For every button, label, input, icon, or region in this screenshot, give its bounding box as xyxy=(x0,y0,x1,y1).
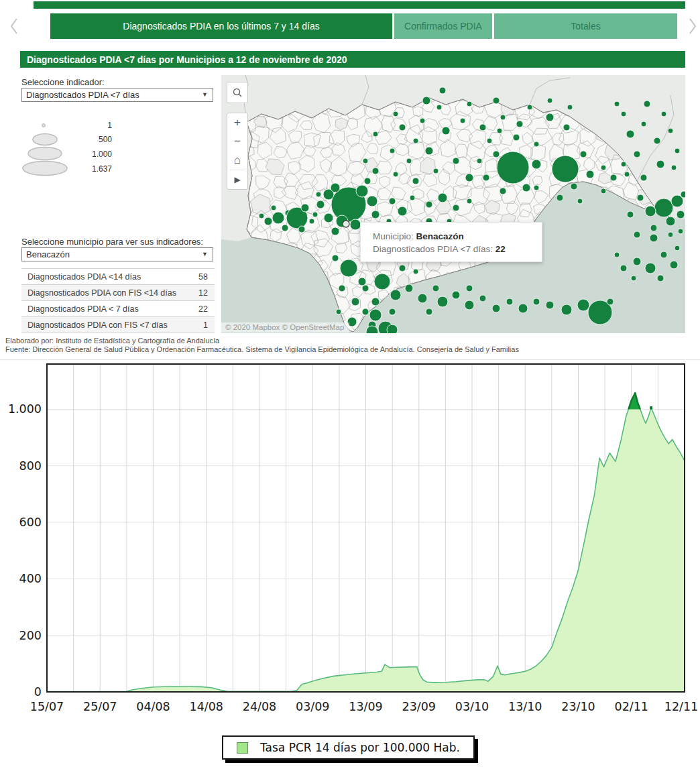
elaborado-line: Elaborado por: Instituto de Estadística … xyxy=(5,337,219,345)
svg-text:13/09: 13/09 xyxy=(349,700,382,713)
tab-label: Confirmados PDIA xyxy=(404,21,482,32)
tabs-scroll-left-icon[interactable] xyxy=(7,13,21,39)
home-icon: ⌂ xyxy=(234,154,241,167)
play-icon: ▶ xyxy=(234,175,240,184)
indicator-name: Diagsnosticados PDIA con FIS <14 días xyxy=(21,288,182,298)
tab-bar: Diagnosticados PDIA en los últimos 7 y 1… xyxy=(0,13,700,39)
map-search-button[interactable] xyxy=(227,82,248,103)
indicator-table: Diagnosticados PDIA <14 días 58 Diagsnos… xyxy=(21,268,215,333)
table-row: Diagnosticados PDIA con FIS <7 días 1 xyxy=(21,316,215,333)
indicator-select-label: Seleccione indicador: xyxy=(21,77,105,87)
indicator-name: Diagnosticados PDIA <14 días xyxy=(21,272,182,282)
indicator-value: 22 xyxy=(182,304,215,314)
page-title: Diagnosticados PDIA <7 días por Municipi… xyxy=(20,51,685,68)
choropleth-bubble-map[interactable]: + − ⌂ ▶ Municipio: Benacazón Diagnostica… xyxy=(221,75,685,333)
svg-text:12/11: 12/11 xyxy=(664,700,698,713)
svg-text:14/08: 14/08 xyxy=(190,700,223,713)
minus-icon: − xyxy=(234,135,241,148)
svg-text:13/10: 13/10 xyxy=(508,700,542,713)
svg-text:200: 200 xyxy=(19,629,42,642)
chevron-down-icon: ▼ xyxy=(202,91,208,98)
map-canvas[interactable] xyxy=(221,75,685,333)
zoom-out-button[interactable]: − xyxy=(227,132,247,151)
page-title-text: Diagnosticados PDIA <7 días por Municipi… xyxy=(27,54,347,65)
svg-text:23/09: 23/09 xyxy=(402,700,436,713)
map-home-button[interactable]: ⌂ xyxy=(227,151,247,170)
indicator-name: Diagnosticados PDIA con FIS <7 días xyxy=(21,320,182,330)
svg-text:25/07: 25/07 xyxy=(83,700,117,713)
chart-legend: Tasa PCR 14 días por 100.000 Hab. xyxy=(222,735,475,760)
svg-text:04/08: 04/08 xyxy=(136,700,170,713)
tab-confirmados-pdia[interactable]: Confirmados PDIA xyxy=(394,13,492,39)
svg-text:800: 800 xyxy=(19,459,42,473)
svg-text:23/10: 23/10 xyxy=(561,700,595,713)
tabs-scroll-right-icon[interactable] xyxy=(685,13,700,39)
tab-label: Totales xyxy=(571,21,600,32)
svg-text:400: 400 xyxy=(19,572,42,585)
indicator-value: 12 xyxy=(182,288,215,298)
indicator-name: Diagnosticados PDIA < 7 días xyxy=(21,304,182,314)
tooltip-indicator-line: Diagnosticados PDIA <7 días: 22 xyxy=(373,243,542,255)
svg-text:03/09: 03/09 xyxy=(296,700,329,713)
svg-text:15/07: 15/07 xyxy=(30,700,64,713)
map-attribution: © 2020 Mapbox © OpenStreetMap xyxy=(221,322,349,333)
plus-icon: + xyxy=(234,116,241,129)
size-legend-value: 500 xyxy=(72,135,112,144)
indicator-value: 1 xyxy=(182,320,215,330)
sidebar: Seleccione indicador: Diagnosticados PDI… xyxy=(20,72,221,335)
size-legend-value: 1 xyxy=(72,121,112,130)
divider xyxy=(0,359,700,360)
indicator-value: 58 xyxy=(182,272,215,282)
chart-canvas: 02004006008001.00015/0725/0704/0814/0824… xyxy=(0,362,700,727)
municipio-select[interactable]: Benacazón ▼ xyxy=(21,247,213,261)
tab-diagnosticados-pdia[interactable]: Diagnosticados PDIA en los últimos 7 y 1… xyxy=(50,13,392,39)
municipio-select-value: Benacazón xyxy=(26,249,70,259)
chevron-down-icon: ▼ xyxy=(202,251,208,257)
indicator-select[interactable]: Diagnosticados PDIA <7 días ▼ xyxy=(21,88,213,102)
table-row: Diagnosticados PDIA < 7 días 22 xyxy=(21,300,215,316)
indicator-select-value: Diagnosticados PDIA <7 días xyxy=(26,90,139,100)
svg-text:1.000: 1.000 xyxy=(8,402,42,416)
table-row: Diagsnosticados PDIA con FIS <14 días 12 xyxy=(21,284,215,300)
dashboard-page: Diagnosticados PDIA en los últimos 7 y 1… xyxy=(0,0,700,771)
municipio-select-label: Seleccione municipio para ver sus indica… xyxy=(21,237,203,247)
bubble-size-legend: 1 500 1.000 1.637 xyxy=(21,118,135,185)
map-tooltip: Municipio: Benacazón Diagnosticados PDIA… xyxy=(360,222,542,262)
size-legend-value: 1.637 xyxy=(72,164,112,174)
map-zoom-controls: + − ⌂ ▶ xyxy=(227,113,248,190)
svg-text:0: 0 xyxy=(34,685,42,699)
search-icon xyxy=(232,87,243,98)
svg-text:600: 600 xyxy=(19,516,42,529)
area-chart: 02004006008001.00015/0725/0704/0814/0824… xyxy=(0,362,700,727)
zoom-in-button[interactable]: + xyxy=(227,113,247,132)
svg-text:02/11: 02/11 xyxy=(615,700,648,713)
tooltip-municipio-line: Municipio: Benacazón xyxy=(373,230,542,243)
legend-label: Tasa PCR 14 días por 100.000 Hab. xyxy=(260,741,460,754)
size-legend-value: 1.000 xyxy=(72,150,112,159)
table-row: Diagnosticados PDIA <14 días 58 xyxy=(21,268,215,284)
tab-totales[interactable]: Totales xyxy=(494,13,677,39)
fuente-line: Fuente: Dirección General de Salud Públi… xyxy=(5,345,519,353)
top-tab-strip xyxy=(34,1,685,9)
svg-text:03/10: 03/10 xyxy=(455,700,489,713)
tab-label: Diagnosticados PDIA en los últimos 7 y 1… xyxy=(123,21,319,32)
svg-text:24/08: 24/08 xyxy=(243,700,276,713)
legend-swatch xyxy=(237,742,248,754)
map-pan-button[interactable]: ▶ xyxy=(227,170,247,189)
